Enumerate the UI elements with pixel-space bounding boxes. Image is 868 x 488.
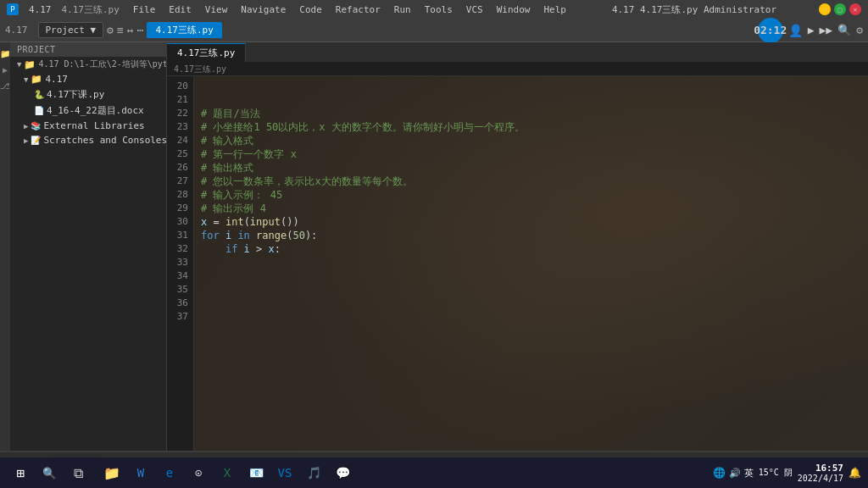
menu-tools[interactable]: Tools bbox=[421, 4, 456, 15]
timer-badge: 02:12 bbox=[758, 18, 783, 43]
code-line-32: if i > x: bbox=[201, 242, 861, 256]
volume-icon[interactable]: 🔊 bbox=[729, 468, 741, 479]
code-line-37 bbox=[201, 310, 861, 324]
titlebar-path: 4.17 4.17三练.py Administrator bbox=[612, 3, 776, 16]
tree-scratches[interactable]: ▶ 📝 Scratches and Consoles bbox=[10, 133, 166, 147]
code-line-30: x = int(input()) bbox=[201, 215, 861, 229]
tree-external-libraries[interactable]: ▶ 📚 External Libraries bbox=[10, 119, 166, 133]
menu-view[interactable]: View bbox=[202, 4, 231, 15]
menu-file[interactable]: File bbox=[130, 4, 159, 15]
close-button[interactable]: ✕ bbox=[849, 3, 861, 15]
debug-button[interactable]: ▶▶ bbox=[820, 24, 833, 36]
weather-widget: 15°C 阴 bbox=[759, 467, 793, 479]
clock-date: 2022/4/17 bbox=[798, 474, 843, 483]
activity-bar: 📁 ▶ ⎇ bbox=[0, 42, 10, 451]
search-toolbar-icon[interactable]: 🔍 bbox=[837, 24, 851, 36]
menu-help[interactable]: Help bbox=[540, 4, 570, 15]
tree-file-docx[interactable]: 📄 4_16-4_22题目.docx bbox=[10, 103, 166, 119]
menu-code[interactable]: Code bbox=[296, 4, 326, 15]
tree-root[interactable]: ▼ 📁 4.17 D:\1-工欣\2-培训等\python学习 bbox=[10, 57, 166, 72]
toolbar-more-icon[interactable]: ⋯ bbox=[137, 24, 144, 36]
main-content: 📁 ▶ ⎇ Project ▼ 📁 4.17 D:\1-工欣\2-培训等\pyt… bbox=[0, 42, 868, 451]
menu-vcs[interactable]: VCS bbox=[463, 4, 487, 15]
title-bar: P 4.17 4.17三练.py File Edit View Navigate… bbox=[0, 0, 868, 19]
window-controls: – □ ✕ bbox=[819, 3, 861, 15]
editor-area: 4.17三练.py 4.17三练.py 20 21 22 23 24 25 26… bbox=[167, 42, 868, 451]
start-button[interactable]: ⊞ bbox=[7, 459, 34, 486]
taskbar-vscode[interactable]: VS bbox=[271, 459, 298, 486]
taskbar-excel[interactable]: X bbox=[214, 459, 241, 486]
code-line-33 bbox=[201, 256, 861, 269]
toolbar-right-icons: 02:12 👤 ▶ ▶▶ 🔍 ⚙ bbox=[758, 18, 863, 43]
breadcrumb-path: 4.17三练.py bbox=[174, 64, 226, 75]
maximize-button[interactable]: □ bbox=[834, 3, 846, 15]
settings-toolbar-icon[interactable]: ⚙ bbox=[856, 24, 863, 36]
clock: 16:57 2022/4/17 bbox=[798, 463, 843, 483]
run-button[interactable]: ▶ bbox=[808, 24, 815, 36]
project-dropdown[interactable]: Project ▼ bbox=[38, 22, 104, 38]
menu-edit[interactable]: Edit bbox=[165, 4, 195, 15]
titlebar-left: P 4.17 4.17三练.py File Edit View Navigate… bbox=[7, 3, 570, 16]
activity-project-icon[interactable]: 📁 bbox=[0, 49, 10, 58]
tree-folder-417[interactable]: ▼ 📁 4.17 bbox=[10, 72, 166, 86]
menu-bar: File Edit View Navigate Code Refactor Ru… bbox=[130, 4, 570, 15]
taskbar-edge[interactable]: e bbox=[156, 459, 183, 486]
notifications-icon[interactable]: 🔔 bbox=[849, 467, 861, 479]
breadcrumb: 4.17三练.py bbox=[167, 63, 868, 76]
code-line-31: for i in range(50): bbox=[201, 229, 861, 242]
editor-tab-active[interactable]: 4.17三练.py bbox=[167, 43, 246, 62]
code-line-29: # 输出示例 4 bbox=[201, 202, 861, 215]
taskbar-chrome[interactable]: ⊙ bbox=[185, 459, 212, 486]
menu-refactor[interactable]: Refactor bbox=[332, 4, 384, 15]
app-logo: P bbox=[7, 3, 19, 15]
titlebar-version: 4.17 bbox=[29, 4, 52, 15]
windows-taskbar: ⊞ 🔍 ⧉ 📁 W e ⊙ X 📧 VS 🎵 💬 🌐 🔊 英 15°C 阴 16… bbox=[0, 458, 868, 488]
taskbar-app9[interactable]: 💬 bbox=[329, 459, 356, 486]
menu-window[interactable]: Window bbox=[493, 4, 534, 15]
toolbar-format-icon[interactable]: ≡ bbox=[117, 24, 124, 36]
toolbar-settings-icon[interactable]: ⚙ bbox=[107, 24, 114, 36]
taskbar-app6[interactable]: 📧 bbox=[242, 459, 270, 486]
code-line-34 bbox=[201, 269, 861, 283]
code-line-36 bbox=[201, 297, 861, 310]
taskbar-apps: 📁 W e ⊙ X 📧 VS 🎵 💬 bbox=[98, 459, 356, 486]
clock-time: 16:57 bbox=[798, 463, 843, 474]
taskbar-word[interactable]: W bbox=[127, 459, 154, 486]
activity-git-icon[interactable]: ⎇ bbox=[0, 81, 10, 91]
code-line-20 bbox=[201, 80, 861, 93]
activity-run-icon[interactable]: ▶ bbox=[3, 65, 8, 75]
user-icon[interactable]: 👤 bbox=[788, 24, 803, 37]
toolbar-indent-icon[interactable]: ↔ bbox=[127, 24, 134, 36]
tree-file-py[interactable]: 🐍 4.17下课.py bbox=[10, 86, 166, 103]
code-line-26: # 输出格式 bbox=[201, 161, 861, 175]
sys-icons: 🌐 🔊 英 bbox=[713, 467, 754, 480]
active-file-tab[interactable]: 4.17三练.py bbox=[147, 22, 221, 38]
minimize-button[interactable]: – bbox=[819, 3, 831, 15]
code-line-22: # 题目/当法 bbox=[201, 107, 861, 120]
line-numbers: 20 21 22 23 24 25 26 27 28 29 30 31 32 3… bbox=[167, 76, 194, 451]
code-line-27: # 您以一数条率，表示比x大的数量等每个数。 bbox=[201, 175, 861, 188]
code-lines[interactable]: # 题目/当法 # 小坐接给1 50以内比，x 大的数字个数。请你制好小明与一个… bbox=[194, 76, 868, 451]
code-container[interactable]: 20 21 22 23 24 25 26 27 28 29 30 31 32 3… bbox=[167, 76, 868, 451]
code-line-24: # 输入格式 bbox=[201, 134, 861, 147]
code-line-21 bbox=[201, 93, 861, 107]
network-icon[interactable]: 🌐 bbox=[713, 467, 726, 479]
editor-tabs: 4.17三练.py bbox=[167, 42, 868, 63]
project-panel: Project ▼ 📁 4.17 D:\1-工欣\2-培训等\python学习 … bbox=[10, 42, 167, 451]
titlebar-filename: 4.17三练.py bbox=[62, 3, 120, 16]
lang-indicator: 英 bbox=[744, 467, 754, 480]
toolbar-version: 4.17 bbox=[5, 25, 28, 36]
menu-run[interactable]: Run bbox=[391, 4, 415, 15]
task-view-icon[interactable]: ⧉ bbox=[64, 459, 92, 486]
toolbar: 4.17 Project ▼ ⚙ ≡ ↔ ⋯ 4.17三练.py 02:12 👤… bbox=[0, 19, 868, 42]
code-line-28: # 输入示例： 45 bbox=[201, 188, 861, 202]
project-panel-header: Project bbox=[10, 42, 166, 57]
menu-navigate[interactable]: Navigate bbox=[237, 4, 289, 15]
search-button[interactable]: 🔍 bbox=[37, 461, 61, 485]
taskbar-explorer[interactable]: 📁 bbox=[98, 459, 125, 486]
code-line-25: # 第一行一个数字 x bbox=[201, 147, 861, 161]
taskbar-right: 🌐 🔊 英 15°C 阴 16:57 2022/4/17 🔔 bbox=[713, 463, 861, 483]
code-line-23: # 小坐接给1 50以内比，x 大的数字个数。请你制好小明与一个程序。 bbox=[201, 120, 861, 134]
taskbar-app8[interactable]: 🎵 bbox=[300, 459, 327, 486]
code-line-35 bbox=[201, 283, 861, 297]
